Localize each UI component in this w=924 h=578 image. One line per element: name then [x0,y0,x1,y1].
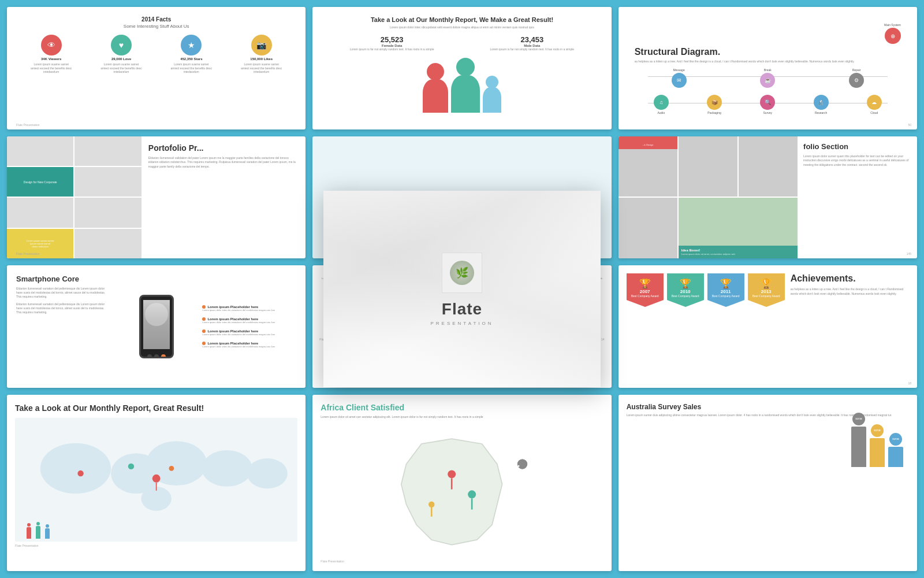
award-2013: 🏆 2013 Best Company Award [748,273,785,380]
map-dot-2 [128,464,134,469]
australia-title: Australia Survey Sales [627,403,909,411]
slide10-title: Take a Look at Our Monthly Report, Great… [15,403,297,413]
slide1-icon-likes: 📷 150,000 Likes Lorem ipsum suame sameta… [230,35,292,74]
slide4-thumbs: Design for New Corporate Lorem ipsum sam… [7,136,141,259]
thumb-5 [74,198,141,227]
slide1-subtitle: Some Interesting Stuff About Us [16,24,296,29]
main-system-node-wrap: Main System ⊕ [884,23,901,44]
map-person-3 [45,524,50,539]
slide2-stat-male: 23,453 Male Data Lorem ipsum is far not … [476,35,588,51]
thumb-4 [7,198,73,227]
label-1-text: Lorem ipsum dolor intec dis variazione d… [202,309,296,312]
thumb-1 [7,136,73,166]
map-p3-head [46,524,49,528]
slide4-content: Portofolio Pr... Eldarion ilumenessil va… [141,136,306,259]
flate-logo-box: 🌿 [442,253,482,293]
slide-monthly-report-stats: Take a Look at Our Monthly Report, We Ma… [312,7,611,129]
africa-pin-1 [448,470,456,478]
female-head [427,63,444,80]
slide4-title: Portofolio Pr... [148,143,299,153]
bar-val-3: $1271M [893,438,899,440]
male-number: 23,453 [476,35,588,44]
bar-item-1: $3271M [851,413,866,467]
slide7-phone [116,275,197,379]
slide6-text: Lorem ipsum dolor sumer quam this placeh… [803,154,911,168]
viewers-label: 34K Viewers [41,57,61,61]
africa-continent [401,439,502,544]
continent-1 [40,443,111,494]
photo-4 [619,198,677,258]
year-2011: 2011 [721,289,731,294]
slide2-stat-female: 25,523 Female Data Lorem ipsum is far no… [336,35,448,51]
label-2013: Best Company Award [752,294,780,298]
viewers-circle: 👁 [41,35,62,55]
map-figures [27,522,50,539]
slide4-body: Eldarion ilumenessil validation del pate… [148,156,299,169]
smartphone-title: Smartphone Core [16,275,110,283]
label-2: Lorem ipsum Placeholder here Lorem ipsum… [202,317,296,324]
node-survey: 🔍 Survey [760,95,775,114]
slide-portfolio-section: ...ic Design Idea Boost! Lorem ipsum dol… [619,136,917,259]
message-icon: ✉ [672,73,687,88]
love-circle: ♥ [111,35,132,55]
ribbon-2013-bottom [748,300,785,307]
bar-item-2: $2273M [870,424,885,467]
viewers-desc: Lorem ipsum suame sametamiect exceed the… [31,62,72,74]
australia-text: Lorem ipsum sumer duis adipiscing ultime… [627,413,909,417]
photo-design: ...ic Design [619,136,677,197]
repair-icon: ⚙ [849,73,864,88]
stars-desc: Lorem ipsum suame sametamiect exceed the… [171,62,212,74]
node-break: Break ☕ [760,68,775,88]
likes-circle: 📷 [251,35,272,55]
audio-icon: ♫ [654,95,669,110]
trophy-2010: 🏆 [680,278,691,289]
cloud-icon: ☁ [867,95,882,110]
award-2007-top: 🏆 2007 Best Company Award [627,273,664,300]
label-3: Lorem ipsum Placeholder here Lorem ipsum… [202,329,296,336]
third-figure [483,87,501,113]
slide4-footer: Flate Presentation [16,252,40,255]
map-pin-1 [152,475,161,483]
slide-portfolio: Design for New Corporate Lorem ipsum sam… [7,136,305,259]
stars-label: 452,350 Stars [180,57,202,61]
label-2011: Best Company Award [712,294,740,298]
slide2-stats: 25,523 Female Data Lorem ipsum is far no… [322,35,602,51]
idea-boost-overlay: Idea Boost! Lorem ipsum dolor sit amet, … [679,246,798,258]
year-2007: 2007 [640,289,650,294]
australia-bars: $3271M $2273M $1271M [627,421,909,467]
slide6-title: folio Section [803,142,911,151]
slide8-footer-right: 14 [601,338,605,341]
slide1-icons-row: 👁 34K Viewers Lorem ipsum suame sametami… [16,35,296,74]
ribbon-2007-bottom [627,300,664,307]
smartphone-text1: Eldarion ilumenessil variation del pelle… [16,287,110,299]
slide2-title: Take a Look at Our Monthly Report, We Ma… [322,16,602,23]
break-icon: ☕ [760,73,775,88]
africa-dot-text: ● [517,464,520,468]
phone-btn-1 [147,354,152,358]
slide7-left: Smartphone Core Eldarion ilumenessil var… [16,275,110,379]
continent-5 [247,458,288,488]
trophy-2013: 🏆 [761,278,772,289]
love-label: 29,000 Love [111,57,131,61]
map-p3-body [45,528,50,539]
photo-2 [679,136,737,197]
slide-structural: Main System ⊕ Structural Diagram. as hel… [619,7,917,129]
bar-3 [888,447,903,467]
female-figure [423,79,448,113]
photo-idea-boost: Idea Boost! Lorem ipsum dolor sit amet, … [679,198,798,258]
slide3-footer: 50 [908,123,911,127]
label-2-text: Lorem ipsum dolor intec dis variazione d… [202,321,296,324]
photo-3 [739,136,798,197]
structural-subtitle: as helpless as a kitten up a tree. And I… [635,60,901,64]
phone-screen-content [143,300,170,349]
idea-boost-text: Lorem ipsum dolor sit amet, consectetur … [681,253,795,255]
trophy-2011: 🏆 [720,278,732,289]
slide2-figures [322,56,602,113]
smartphone-text2: Eldarion ilumenessil variation del pelle… [16,302,110,314]
bar-circle-1: $3271M [852,413,865,425]
slide2-body: Lorem ipsum dolor intec rdicupidatat vel… [322,25,602,29]
year-2013: 2013 [761,289,772,294]
node-cloud: ☁ Cloud [867,95,882,114]
slide1-icon-love: ♥ 29,000 Love Lorem ipsum suame sametami… [91,35,152,74]
slide9-footer: 18 [908,381,911,385]
